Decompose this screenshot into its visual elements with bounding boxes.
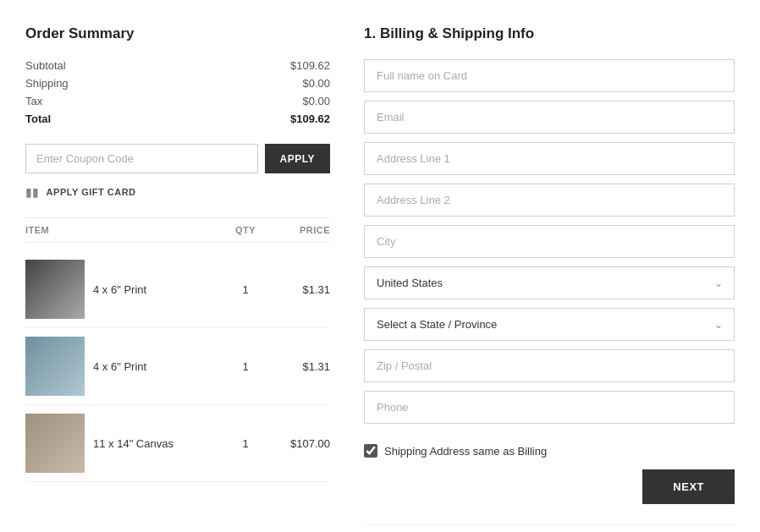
table-row: 11 x 14" Canvas 1 $107.00 (25, 405, 330, 482)
item-name: 4 x 6" Print (93, 283, 146, 296)
total-value: $109.62 (290, 112, 330, 125)
state-select[interactable]: Select a State / Province (364, 308, 735, 341)
gift-card-icon: ▮▮ (25, 185, 40, 199)
country-select[interactable]: United States (364, 266, 735, 299)
item-info: 11 x 14" Canvas (25, 414, 220, 473)
subtotal-value: $109.62 (290, 59, 330, 72)
subtotal-row: Subtotal $109.62 (25, 59, 330, 72)
shipping-same-checkbox[interactable] (364, 444, 377, 458)
item-info: 4 x 6" Print (25, 337, 220, 396)
apply-coupon-button[interactable]: APPLY (265, 144, 330, 173)
total-label: Total (25, 112, 51, 125)
item-name: 4 x 6" Print (93, 360, 146, 373)
address1-field[interactable] (364, 142, 735, 175)
gift-card-row[interactable]: ▮▮ APPLY GIFT CARD (25, 185, 330, 199)
order-summary-panel: Order Summary Subtotal $109.62 Shipping … (25, 25, 330, 532)
billing-title: 1. Billing & Shipping Info (364, 25, 735, 42)
order-items: 4 x 6" Print 1 $1.31 4 x 6" Print 1 $1.3… (25, 251, 330, 482)
shipping-same-row: Shipping Address same as Billing (364, 444, 735, 458)
item-qty: 1 (220, 437, 271, 450)
country-select-wrapper: United States ⌄ (364, 266, 735, 299)
shipping-label: Shipping (25, 77, 69, 90)
tax-value: $0.00 (302, 95, 330, 107)
coupon-area: APPLY (25, 144, 330, 173)
item-thumbnail (25, 414, 85, 473)
item-thumbnail (25, 260, 85, 319)
zip-field[interactable] (364, 349, 735, 382)
shipping-same-label: Shipping Address same as Billing (384, 445, 547, 458)
total-row: Total $109.62 (25, 112, 330, 125)
coupon-input[interactable] (25, 144, 258, 173)
item-thumbnail (25, 337, 85, 396)
divider-1 (364, 524, 735, 525)
subtotal-label: Subtotal (25, 59, 66, 72)
table-header: ITEM QTY PRICE (25, 217, 330, 243)
col-qty: QTY (220, 225, 271, 235)
tax-row: Tax $0.00 (25, 95, 330, 107)
item-name: 11 x 14" Canvas (93, 437, 173, 450)
item-qty: 1 (220, 360, 271, 373)
item-price: $107.00 (271, 437, 330, 450)
item-price: $1.31 (271, 360, 330, 373)
order-summary-title: Order Summary (25, 25, 330, 42)
table-row: 4 x 6" Print 1 $1.31 (25, 328, 330, 405)
item-price: $1.31 (271, 283, 330, 296)
email-field[interactable] (364, 101, 735, 134)
address2-field[interactable] (364, 184, 735, 217)
col-price: PRICE (271, 225, 330, 235)
next-btn-row: NEXT (364, 469, 735, 504)
state-select-wrapper: Select a State / Province ⌄ (364, 308, 735, 341)
table-row: 4 x 6" Print 1 $1.31 (25, 251, 330, 328)
billing-panel: 1. Billing & Shipping Info United States… (364, 25, 735, 532)
shipping-value: $0.00 (302, 77, 330, 90)
item-qty: 1 (220, 283, 271, 296)
col-item: ITEM (25, 225, 220, 235)
shipping-row: Shipping $0.00 (25, 77, 330, 90)
gift-card-label: APPLY GIFT CARD (47, 187, 136, 197)
phone-field[interactable] (364, 391, 735, 424)
item-info: 4 x 6" Print (25, 260, 220, 319)
full-name-field[interactable] (364, 59, 735, 92)
tax-label: Tax (25, 95, 42, 107)
city-field[interactable] (364, 225, 735, 258)
next-button[interactable]: NEXT (642, 469, 735, 504)
